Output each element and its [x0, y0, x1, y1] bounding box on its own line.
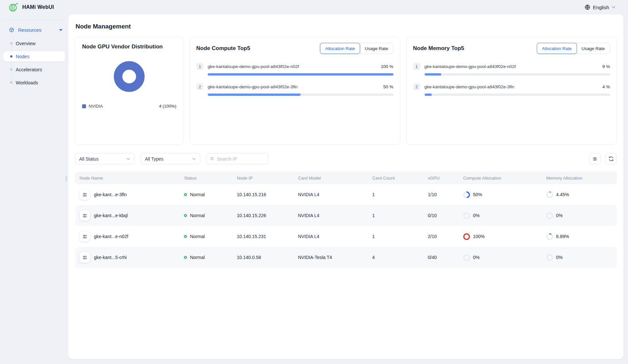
progress-fill: [208, 94, 301, 96]
globe-icon: [584, 4, 590, 10]
sidebar-item-label: Nodes: [16, 54, 29, 59]
app-title: HAMi WebUI: [22, 4, 54, 10]
vgpu: 0/10: [428, 213, 463, 218]
table-row[interactable]: gke-kant...e-n02f Normal 10.140.15.231 N…: [75, 226, 617, 247]
allocation-rate-tab[interactable]: Allocation Rate: [537, 43, 577, 54]
allocation-rate-tab[interactable]: Allocation Rate: [320, 43, 360, 54]
refresh-button[interactable]: [605, 153, 617, 165]
status-filter-select[interactable]: All Status: [75, 153, 134, 165]
sidebar-item-nodes[interactable]: Nodes: [3, 51, 65, 61]
card-count: 1: [372, 192, 428, 197]
card-title: Node Compute Top5: [196, 45, 250, 52]
list-item: 1 gke-kantaloupe-demo-gpu-pool-a843f02e-…: [196, 63, 393, 76]
sidebar-item-label: Overview: [16, 41, 35, 46]
progress-fill: [425, 94, 432, 96]
table-row[interactable]: gke-kant...e-kbql Normal 10.140.15.226 N…: [75, 205, 617, 226]
node-chip: [79, 210, 90, 221]
node-name: gke-kant...e-n02f: [94, 234, 128, 239]
percent-value: 9 %: [602, 64, 610, 69]
main-panel: Node Management Node GPU Vendor Distribu…: [68, 14, 623, 359]
caret-down-icon: [59, 29, 62, 31]
rate-toggle-group: Allocation Rate Usage Rate: [320, 43, 393, 54]
legend-value: 4 (100%): [159, 104, 176, 109]
memory-top5-card: Node Memory Top5 Allocation Rate Usage R…: [406, 37, 617, 145]
sidebar-section-label: Resources: [18, 27, 42, 33]
card-count: 1: [372, 234, 428, 239]
filters-row: All Status All Types: [75, 153, 617, 165]
app-logo-icon: [9, 2, 18, 12]
compute-allocation-ring: [463, 233, 470, 240]
percent-value: 50 %: [383, 84, 393, 89]
top-bar: HAMi WebUI English: [0, 0, 628, 14]
vgpu: 0/40: [428, 255, 463, 260]
status-label: Normal: [190, 234, 205, 239]
page-title: Node Management: [76, 23, 617, 30]
bullet-dot-icon: [10, 81, 12, 84]
memory-allocation-ring: [546, 212, 553, 219]
sidebar-section-resources[interactable]: Resources: [3, 26, 65, 34]
node-chip: [79, 189, 90, 200]
type-filter-select[interactable]: All Types: [141, 153, 200, 165]
card-model: NVIDIA L4: [298, 213, 372, 218]
node-name: gke-kant...e-kbql: [94, 213, 128, 218]
compute-top5-list: 1 gke-kantaloupe-demo-gpu-pool-a843f02e-…: [196, 63, 393, 96]
status-label: Normal: [190, 192, 205, 197]
sidebar-item-label: Accelerators: [16, 67, 42, 72]
card-count: 4: [372, 255, 428, 260]
search-icon: [210, 156, 214, 161]
status-normal-icon: [184, 193, 187, 196]
vendor-distribution-card: Node GPU Vendor Distribution NVIDIA 4 (1…: [75, 37, 183, 145]
chevron-down-icon: [126, 158, 130, 160]
scrollbar-thumb[interactable]: [66, 176, 67, 181]
vendor-donut-chart: [82, 61, 176, 92]
compute-allocation-ring: [463, 191, 470, 198]
table-row[interactable]: gke-kant...e-3fln Normal 10.140.15.216 N…: [75, 184, 617, 205]
memory-allocation-value: 8.89%: [556, 234, 569, 239]
compute-allocation-ring: [463, 212, 470, 219]
rank-badge: 2: [413, 83, 420, 90]
column-header: Card Count: [372, 176, 428, 181]
brand: HAMi WebUI: [9, 2, 54, 12]
node-name: gke-kantaloupe-demo-gpu-pool-a843f02e-3f…: [208, 84, 298, 89]
progress-bar: [425, 73, 610, 76]
rate-toggle-group: Allocation Rate Usage Rate: [537, 43, 610, 54]
compute-allocation-value: 0%: [473, 255, 480, 260]
column-settings-icon: [592, 156, 598, 162]
node-ip: 10.140.0.58: [237, 255, 298, 260]
sidebar-item-overview[interactable]: Overview: [3, 38, 65, 48]
node-ip: 10.140.15.216: [237, 192, 298, 197]
search-input[interactable]: [217, 156, 265, 162]
memory-allocation-ring: [546, 233, 553, 240]
column-settings-button[interactable]: [589, 153, 601, 165]
node-ip: 10.140.15.226: [237, 213, 298, 218]
language-selector[interactable]: English: [584, 4, 616, 10]
compute-allocation-value: 100%: [473, 234, 485, 239]
usage-rate-tab[interactable]: Usage Rate: [360, 43, 393, 54]
cube-icon: [9, 27, 14, 33]
column-header: Node IP: [237, 176, 298, 181]
rank-badge: 1: [196, 63, 203, 70]
table-row[interactable]: gke-kant...5-crhi Normal 10.140.0.58 NVI…: [75, 247, 617, 268]
legend-item-nvidia[interactable]: NVIDIA 4 (100%): [82, 104, 176, 109]
card-count: 1: [372, 213, 428, 218]
progress-bar: [425, 94, 610, 96]
compute-allocation-value: 50%: [473, 192, 482, 197]
nodes-table: Node Name Status Node IP Card Model Card…: [75, 172, 617, 268]
progress-bar: [208, 73, 393, 76]
sidebar-item-accelerators[interactable]: Accelerators: [3, 64, 65, 75]
card-title: Node Memory Top5: [413, 45, 464, 52]
percent-value: 100 %: [381, 64, 393, 69]
column-header: vGPU: [428, 176, 463, 181]
status-normal-icon: [184, 256, 187, 259]
vgpu: 1/10: [428, 192, 463, 197]
node-chip: [79, 231, 90, 242]
node-name: gke-kantaloupe-demo-gpu-pool-a843f02e-3f…: [425, 84, 515, 89]
node-name: gke-kant...e-3fln: [94, 192, 127, 197]
list-item: 2 gke-kantaloupe-demo-gpu-pool-a843f02e-…: [196, 83, 393, 96]
sidebar-item-workloads[interactable]: Workloads: [3, 78, 65, 88]
summary-cards-row: Node GPU Vendor Distribution NVIDIA 4 (1…: [75, 37, 617, 145]
usage-rate-tab[interactable]: Usage Rate: [577, 43, 610, 54]
column-header: Card Model: [298, 176, 372, 181]
node-name: gke-kantaloupe-demo-gpu-pool-a843f02e-n0…: [425, 64, 516, 69]
refresh-icon: [608, 156, 614, 162]
